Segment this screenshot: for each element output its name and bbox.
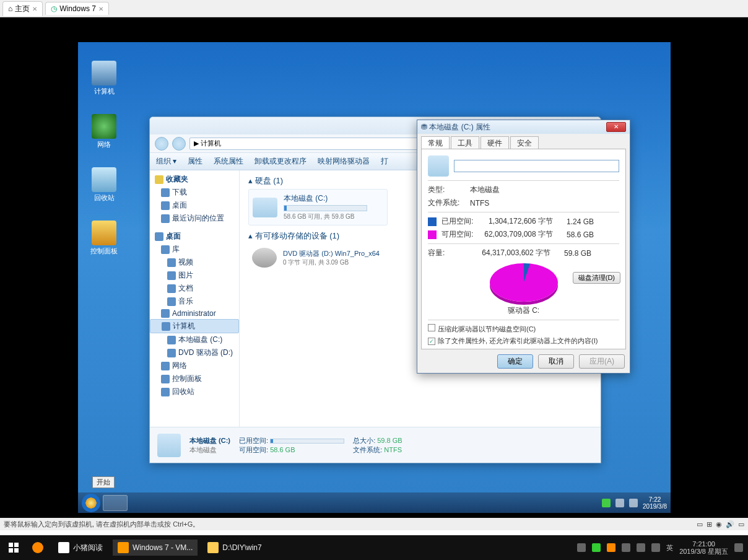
tray-icon[interactable]	[592, 543, 601, 552]
volume-label-input[interactable]	[454, 160, 619, 172]
folder-icon	[161, 201, 170, 210]
close-icon[interactable]: ✕	[32, 6, 37, 12]
tab-general[interactable]: 常规	[421, 136, 450, 149]
sidebar-documents[interactable]: 文档	[150, 282, 239, 295]
home-icon: ⌂	[8, 4, 12, 13]
status-icon[interactable]: ▭	[738, 520, 744, 528]
index-checkbox[interactable]: ✓除了文件属性外, 还允许索引此驱动器上文件的内容(I)	[428, 336, 619, 346]
drive-info: 0 字节 可用, 共 3.09 GB	[283, 258, 380, 267]
tray-icon[interactable]	[607, 543, 615, 552]
compress-checkbox[interactable]: 压缩此驱动器以节约磁盘空间(C)	[428, 324, 619, 334]
status-icon[interactable]: ▭	[697, 520, 703, 528]
cancel-button[interactable]: 取消	[538, 354, 574, 369]
sidebar-admin[interactable]: Administrator	[150, 308, 239, 319]
dialog-tabs: 常规 工具 硬件 安全	[417, 134, 630, 149]
sidebar-recent[interactable]: 最近访问的位置	[150, 212, 239, 225]
sidebar-network[interactable]: 网络	[150, 359, 239, 372]
sidebar-music[interactable]: 音乐	[150, 295, 239, 308]
tray-icon[interactable]	[629, 499, 638, 507]
host-clock-time[interactable]: 7:21:00	[679, 540, 728, 548]
host-task-folder[interactable]: D:\DIY\win7	[202, 540, 266, 556]
clock-date[interactable]: 2019/3/8	[643, 503, 667, 510]
sidebar-dvd[interactable]: DVD 驱动器 (D:)	[150, 346, 239, 359]
notifications-icon[interactable]	[734, 543, 743, 552]
sidebar-label: 库	[172, 244, 180, 255]
sidebar-control[interactable]: 控制面板	[150, 372, 239, 385]
tab-home[interactable]: ⌂ 主页 ✕	[2, 1, 43, 16]
dialog-buttons: 确定 取消 应用(A)	[417, 349, 630, 374]
ok-button[interactable]: 确定	[497, 354, 533, 369]
tab-security[interactable]: 安全	[510, 136, 539, 149]
system-properties-button[interactable]: 系统属性	[214, 156, 243, 167]
tab-hardware[interactable]: 硬件	[481, 136, 509, 149]
sidebar-label: 回收站	[172, 387, 194, 397]
dvd-drive[interactable]: DVD 驱动器 (D:) Win7_Pro_x64 0 字节 可用, 共 3.0…	[248, 244, 388, 271]
dialog-titlebar[interactable]: ⛃ 本地磁盘 (C:) 属性 ✕	[417, 120, 630, 134]
sidebar-computer[interactable]: 计算机	[150, 319, 239, 333]
sidebar-label: 下载	[172, 187, 187, 198]
disk-cleanup-button[interactable]: 磁盘清理(D)	[573, 272, 620, 284]
organize-button[interactable]: 组织 ▾	[156, 156, 176, 167]
network-icon	[161, 362, 170, 370]
sidebar-libraries[interactable]: 库	[150, 243, 239, 256]
drive-c[interactable]: 本地磁盘 (C:) 58.6 GB 可用, 共 59.8 GB	[248, 189, 388, 225]
back-button[interactable]	[155, 137, 168, 151]
forward-button[interactable]	[172, 137, 186, 151]
sidebar-videos[interactable]: 视频	[150, 256, 239, 269]
desktop-icon-recycle[interactable]: 回收站	[85, 167, 123, 203]
host-task-reader[interactable]: 小猪阅读	[53, 540, 108, 556]
status-icon[interactable]: ◉	[716, 520, 722, 528]
sidebar-favorites[interactable]: 收藏夹	[150, 173, 239, 186]
tray-icon[interactable]	[615, 499, 624, 507]
desktop-icon-computer[interactable]: 计算机	[85, 61, 123, 96]
sidebar-recycle[interactable]: 回收站	[150, 385, 239, 398]
lang-indicator[interactable]: 英	[666, 543, 673, 553]
host-task-vmware[interactable]: Windows 7 - VM...	[113, 540, 198, 556]
sidebar-label: Administrator	[172, 309, 216, 318]
host-task-search[interactable]	[27, 540, 48, 556]
tray-icon[interactable]	[651, 543, 660, 552]
sidebar-pictures[interactable]: 图片	[150, 269, 239, 282]
map-network-button[interactable]: 映射网络驱动器	[318, 156, 370, 167]
uninstall-button[interactable]: 卸载或更改程序	[254, 156, 307, 167]
tray-icon[interactable]	[637, 543, 645, 552]
taskbar-explorer[interactable]	[103, 495, 128, 511]
breadcrumb: 计算机	[201, 139, 221, 148]
drive-name: 本地磁盘 (C:)	[284, 193, 367, 204]
drive-icon: ⛃	[421, 123, 427, 131]
value: NTFS	[470, 199, 489, 208]
sidebar-downloads[interactable]: 下载	[150, 186, 239, 199]
document-icon	[167, 284, 176, 293]
tray-icon[interactable]	[577, 543, 586, 552]
properties-button[interactable]: 属性	[188, 156, 202, 167]
status-icon[interactable]: 🔊	[726, 520, 734, 528]
close-icon[interactable]: ✕	[98, 6, 103, 12]
folder-icon	[161, 214, 170, 223]
clock-time[interactable]: 7:22	[643, 496, 667, 503]
tray-icon[interactable]	[602, 499, 611, 507]
start-button[interactable]	[82, 494, 100, 512]
win7-desktop[interactable]: 计算机 网络 回收站 控制面板 开始 ▶ 计算机	[78, 42, 671, 513]
sidebar-desktop-link[interactable]: 桌面	[150, 199, 239, 212]
tab-tools[interactable]: 工具	[451, 136, 479, 149]
tab-vm[interactable]: ◷ Windows 7 ✕	[45, 2, 109, 15]
open-button[interactable]: 打	[381, 156, 388, 167]
system-tray: 7:22 2019/3/8	[602, 496, 667, 510]
close-button[interactable]: ✕	[606, 122, 626, 132]
sidebar-desktop[interactable]: 桌面	[150, 230, 239, 243]
computer-icon	[92, 61, 116, 85]
status-icon[interactable]: ⊞	[707, 520, 712, 528]
apply-button[interactable]: 应用(A)	[579, 354, 625, 369]
vm-viewport: 计算机 网络 回收站 控制面板 开始 ▶ 计算机	[0, 17, 748, 518]
star-icon	[155, 175, 163, 184]
tray-icon[interactable]	[622, 543, 630, 552]
sidebar-label: 文档	[178, 283, 193, 294]
desktop-icon-control[interactable]: 控制面板	[85, 221, 123, 256]
sidebar-local-c[interactable]: 本地磁盘 (C:)	[150, 333, 239, 346]
sidebar-label: 桌面	[172, 200, 187, 211]
desktop-icon-network[interactable]: 网络	[85, 114, 123, 149]
vmware-status-bar: 要将鼠标输入定向到该虚拟机, 请在虚拟机内部单击或按 Ctrl+G。 ▭ ⊞ ◉…	[0, 518, 748, 530]
value: 62,003,709,008 字节	[480, 229, 553, 240]
host-clock-date[interactable]: 2019/3/8 星期五	[679, 548, 728, 555]
host-start-button[interactable]	[5, 539, 22, 556]
